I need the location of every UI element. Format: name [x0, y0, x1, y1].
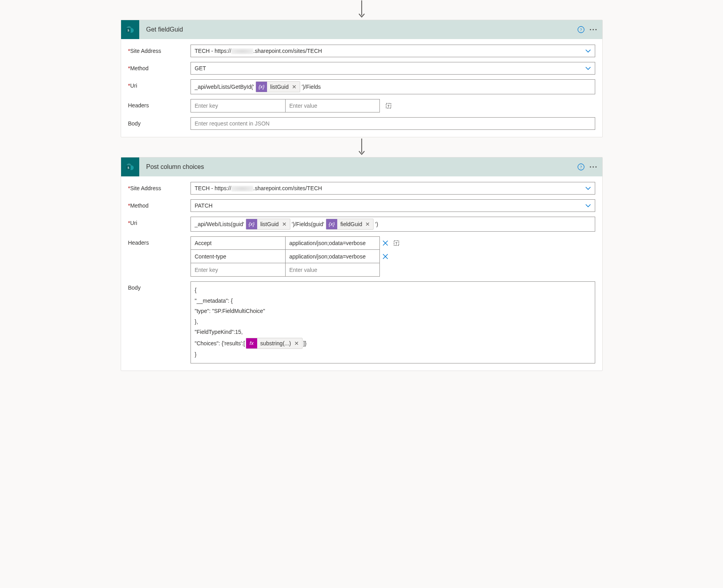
uri-input[interactable]: _api/Web/Lists(guid' {x} listGuid ✕ ')/F…: [191, 217, 595, 232]
body-line: "__metadata": {: [195, 296, 591, 306]
help-icon[interactable]: ?: [574, 20, 588, 39]
card-title: Get fieldGuid: [139, 26, 574, 33]
fx-icon: fx: [246, 338, 257, 349]
svg-text:S: S: [127, 29, 129, 32]
switch-text-mode-icon[interactable]: T: [391, 236, 402, 250]
header-key-input[interactable]: Accept: [191, 236, 285, 250]
more-icon[interactable]: [588, 157, 602, 176]
variable-icon: {x}: [256, 81, 267, 92]
uri-text-pre: _api/web/Lists/GetById(': [195, 81, 254, 92]
label-method: *Method: [128, 199, 191, 209]
header-key-input[interactable]: Enter key: [191, 99, 285, 112]
variable-icon: {x}: [246, 219, 257, 230]
sharepoint-icon: S: [121, 20, 139, 39]
variable-icon: {x}: [326, 219, 337, 230]
uri-text-post: ')/Fields: [302, 81, 321, 92]
label-body: Body: [128, 281, 191, 291]
svg-text:?: ?: [580, 27, 582, 32]
card-header[interactable]: S Post column choices ?: [121, 157, 602, 176]
token-listguid[interactable]: {x} listGuid ✕: [246, 219, 290, 230]
header-key-input[interactable]: Content-type: [191, 250, 285, 263]
body-line: }: [195, 349, 591, 360]
header-row: Accept application/json;odata=verbose T: [191, 236, 595, 250]
chevron-down-icon: [585, 202, 591, 209]
chevron-down-icon: [585, 185, 591, 191]
token-remove-icon[interactable]: ✕: [365, 219, 373, 230]
site-address-select[interactable]: TECH - https://.sharepoint.com/sites/TEC…: [191, 45, 595, 57]
svg-point-10: [595, 29, 596, 30]
body-line: },: [195, 316, 591, 327]
svg-point-8: [590, 29, 591, 30]
svg-text:S: S: [127, 166, 129, 170]
uri-text-mid: ')/Fields(guid': [292, 219, 324, 230]
label-uri: *Uri: [128, 79, 191, 89]
uri-text-post: '): [375, 219, 378, 230]
body-line: "Choices": {'results':[ fx substring(...…: [195, 337, 591, 349]
flow-arrow-top: [121, 0, 603, 20]
svg-point-22: [595, 166, 596, 167]
method-select[interactable]: PATCH: [191, 199, 595, 212]
headers-editor: Accept application/json;odata=verbose T …: [191, 236, 595, 277]
headers-editor: Enter key Enter value T: [191, 99, 595, 112]
token-remove-icon[interactable]: ✕: [282, 219, 290, 230]
token-remove-icon[interactable]: ✕: [294, 338, 302, 349]
label-uri: *Uri: [128, 217, 191, 226]
card-header[interactable]: S Get fieldGuid ?: [121, 20, 602, 39]
label-headers: Headers: [128, 236, 191, 246]
header-value-input[interactable]: Enter value: [285, 263, 380, 277]
site-address-value: TECH - https://.sharepoint.com/sites/TEC…: [195, 48, 322, 54]
flow-arrow-mid: [121, 137, 603, 157]
method-value: PATCH: [195, 202, 213, 209]
chevron-down-icon: [585, 48, 591, 54]
header-row: Content-type application/json;odata=verb…: [191, 250, 595, 263]
more-icon[interactable]: [588, 20, 602, 39]
body-line: "type": "SP.FieldMultiChoice": [195, 306, 591, 316]
svg-text:T: T: [387, 104, 390, 108]
label-body: Body: [128, 117, 191, 127]
svg-text:?: ?: [580, 165, 582, 169]
body-input[interactable]: { "__metadata": { "type": "SP.FieldMulti…: [191, 281, 595, 363]
card-title: Post column choices: [139, 163, 574, 170]
action-card-get-fieldguid: S Get fieldGuid ? *Site Address TECH - h…: [121, 20, 603, 137]
header-key-input[interactable]: Enter key: [191, 263, 285, 277]
site-address-value: TECH - https://.sharepoint.com/sites/TEC…: [195, 185, 322, 191]
svg-point-9: [592, 29, 594, 30]
remove-row-icon[interactable]: [380, 250, 391, 263]
method-select[interactable]: GET: [191, 62, 595, 75]
body-line: {: [195, 285, 591, 296]
remove-row-icon[interactable]: [380, 236, 391, 250]
sharepoint-icon: S: [121, 157, 139, 176]
body-line: "FieldTypeKind":15,: [195, 327, 591, 337]
svg-point-21: [592, 166, 594, 167]
label-headers: Headers: [128, 99, 191, 109]
svg-point-20: [590, 166, 591, 167]
token-listguid[interactable]: {x} listGuid ✕: [256, 81, 300, 92]
label-method: *Method: [128, 62, 191, 71]
token-substring[interactable]: fx substring(...) ✕: [246, 338, 303, 349]
uri-input[interactable]: _api/web/Lists/GetById(' {x} listGuid ✕ …: [191, 79, 595, 94]
header-row-empty: Enter key Enter value: [191, 263, 595, 277]
label-site-address: *Site Address: [128, 45, 191, 54]
header-value-input[interactable]: application/json;odata=verbose: [285, 236, 380, 250]
action-card-post-column-choices: S Post column choices ? *Site Address TE…: [121, 157, 603, 371]
body-input[interactable]: Enter request content in JSON: [191, 117, 595, 130]
chevron-down-icon: [585, 65, 591, 71]
help-icon[interactable]: ?: [574, 157, 588, 176]
uri-text-pre: _api/Web/Lists(guid': [195, 219, 244, 230]
label-site-address: *Site Address: [128, 182, 191, 191]
svg-text:T: T: [395, 242, 398, 245]
header-value-input[interactable]: Enter value: [285, 99, 380, 112]
token-fieldguid[interactable]: {x} fieldGuid ✕: [326, 219, 374, 230]
method-value: GET: [195, 65, 206, 71]
header-value-input[interactable]: application/json;odata=verbose: [285, 250, 380, 263]
site-address-select[interactable]: TECH - https://.sharepoint.com/sites/TEC…: [191, 182, 595, 195]
token-remove-icon[interactable]: ✕: [292, 81, 300, 92]
switch-text-mode-icon[interactable]: T: [383, 99, 394, 112]
